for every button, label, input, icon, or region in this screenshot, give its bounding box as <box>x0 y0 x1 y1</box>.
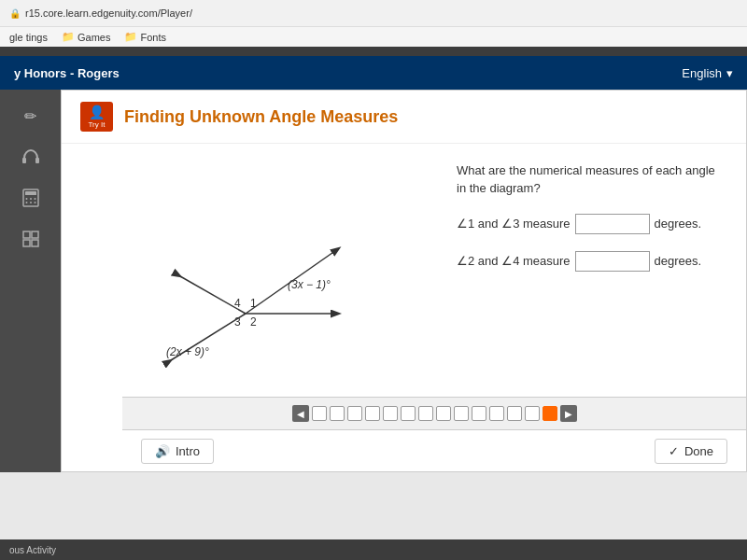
intro-label: Intro <box>176 444 200 458</box>
svg-text:(2x + 9)°: (2x + 9)° <box>166 345 209 358</box>
svg-point-5 <box>30 198 32 200</box>
svg-text:2: 2 <box>250 315 257 329</box>
progress-dot-5[interactable] <box>383 406 398 421</box>
svg-point-8 <box>30 202 32 203</box>
try-it-badge: 👤 Try It <box>80 102 113 132</box>
svg-text:1: 1 <box>250 297 257 310</box>
sidebar: ✏ <box>0 90 61 472</box>
content-title: Finding Unknown Angle Measures <box>124 107 398 127</box>
progress-dot-13[interactable] <box>525 406 540 421</box>
bookmark-games[interactable]: 📁 Games <box>62 31 110 43</box>
fonts-folder-icon: 📁 <box>124 31 137 43</box>
check-icon: ✓ <box>669 444 679 458</box>
progress-dot-1[interactable] <box>312 406 327 421</box>
games-folder-icon: 📁 <box>62 31 75 43</box>
bookmark-gletings[interactable]: gle tings <box>9 32 48 43</box>
svg-rect-0 <box>22 158 26 163</box>
page-title: y Honors - Rogers <box>14 66 120 80</box>
gletings-label: gle tings <box>9 32 48 43</box>
svg-rect-10 <box>23 231 30 238</box>
content-header: 👤 Try It Finding Unknown Angle Measures <box>62 91 746 144</box>
address-bar: 🔒 r15.core.learn.edgenuity.com/Player/ <box>0 0 747 26</box>
sidebar-pencil-icon[interactable]: ✏ <box>12 99 49 133</box>
games-label: Games <box>78 32 110 43</box>
speaker-icon: 🔊 <box>155 444 170 458</box>
angle-13-input[interactable] <box>575 214 650 234</box>
progress-dot-8[interactable] <box>436 406 451 421</box>
question-text: What are the numerical measures of each … <box>457 162 727 196</box>
svg-rect-1 <box>35 158 39 163</box>
svg-point-4 <box>25 198 27 200</box>
angle-24-label: ∠2 and ∠4 measure <box>457 254 571 268</box>
svg-text:4: 4 <box>234 297 241 310</box>
progress-dot-6[interactable] <box>401 406 416 421</box>
progress-dot-4[interactable] <box>365 406 380 421</box>
svg-text:(3x − 1)°: (3x − 1)° <box>288 278 331 291</box>
progress-dot-10[interactable] <box>472 406 486 421</box>
url-text: r15.core.learn.edgenuity.com/Player/ <box>25 7 192 19</box>
chevron-down-icon: ▾ <box>726 66 733 80</box>
svg-point-6 <box>34 198 35 200</box>
angle-24-input[interactable] <box>575 251 650 272</box>
svg-rect-12 <box>23 240 30 246</box>
progress-dot-12[interactable] <box>507 406 522 421</box>
question-row-2: ∠2 and ∠4 measure degrees. <box>457 251 727 272</box>
lock-icon: 🔒 <box>9 8 21 19</box>
progress-dot-7[interactable] <box>418 406 433 421</box>
progress-dot-14[interactable] <box>543 406 557 421</box>
top-nav: y Honors - Rogers English ▾ <box>0 56 747 90</box>
bottom-nav: 🔊 Intro ✓ Done <box>122 429 746 471</box>
progress-dot-3[interactable] <box>347 406 362 421</box>
status-bar: ous Activity <box>0 539 747 560</box>
angle-24-unit: degrees. <box>655 254 702 268</box>
svg-point-7 <box>25 202 27 203</box>
sidebar-calculator-icon[interactable] <box>12 181 49 215</box>
angle-13-unit: degrees. <box>655 217 702 231</box>
progress-area: ◀ ▶ <box>122 397 746 429</box>
bookmark-fonts[interactable]: 📁 Fonts <box>124 31 166 43</box>
svg-rect-3 <box>25 191 36 195</box>
fonts-label: Fonts <box>140 32 166 43</box>
progress-next-button[interactable]: ▶ <box>560 405 577 422</box>
angle-13-label: ∠1 and ∠3 measure <box>457 217 571 231</box>
sidebar-headphones-icon[interactable] <box>12 140 49 174</box>
progress-prev-button[interactable]: ◀ <box>292 405 309 422</box>
progress-dot-9[interactable] <box>454 406 469 421</box>
done-button[interactable]: ✓ Done <box>655 439 727 464</box>
language-label: English <box>682 66 722 80</box>
progress-dot-2[interactable] <box>330 406 345 421</box>
angle-diagram: 4 1 3 2 (3x − 1)° (2x + 9)° <box>124 206 386 412</box>
question-row-1: ∠1 and ∠3 measure degrees. <box>457 214 727 234</box>
main-content: 👤 Try It Finding Unknown Angle Measures <box>61 90 747 472</box>
sidebar-grid-icon[interactable] <box>12 222 49 256</box>
svg-text:3: 3 <box>234 315 241 329</box>
browser-chrome: 🔒 r15.core.learn.edgenuity.com/Player/ g… <box>0 0 747 56</box>
svg-rect-11 <box>32 231 38 238</box>
intro-button[interactable]: 🔊 Intro <box>141 439 214 464</box>
svg-point-9 <box>34 202 35 203</box>
language-selector[interactable]: English ▾ <box>682 66 733 80</box>
progress-dot-11[interactable] <box>489 406 504 421</box>
done-label: Done <box>684 444 713 458</box>
status-text: ous Activity <box>9 545 56 555</box>
app-container: y Honors - Rogers English ▾ ✏ <box>0 56 747 560</box>
svg-rect-13 <box>32 240 38 246</box>
bookmarks-bar: gle tings 📁 Games 📁 Fonts <box>0 26 747 47</box>
